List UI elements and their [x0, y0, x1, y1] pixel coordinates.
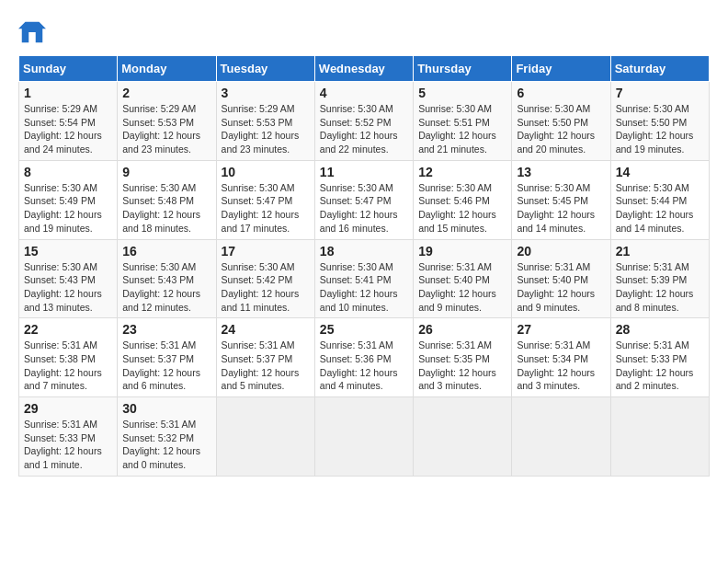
day-number: 20: [517, 244, 605, 259]
calendar-day-cell: 2Sunrise: 5:29 AM Sunset: 5:53 PM Daylig…: [118, 82, 216, 161]
calendar-day-cell: 5Sunrise: 5:30 AM Sunset: 5:51 PM Daylig…: [414, 82, 512, 161]
day-number: 10: [222, 165, 310, 179]
day-info: Sunrise: 5:31 AM Sunset: 5:34 PM Dayligh…: [517, 339, 605, 393]
day-info: Sunrise: 5:30 AM Sunset: 5:45 PM Dayligh…: [517, 181, 605, 236]
day-number: 2: [122, 86, 210, 100]
day-info: Sunrise: 5:30 AM Sunset: 5:44 PM Dayligh…: [616, 181, 704, 236]
day-number: 29: [24, 401, 112, 416]
day-info: Sunrise: 5:30 AM Sunset: 5:43 PM Dayligh…: [24, 260, 112, 315]
day-number: 23: [122, 322, 210, 337]
calendar-day-cell: 28Sunrise: 5:31 AM Sunset: 5:33 PM Dayli…: [610, 318, 709, 397]
calendar-day-cell: 29Sunrise: 5:31 AM Sunset: 5:33 PM Dayli…: [19, 397, 118, 477]
day-number: 8: [24, 165, 112, 179]
day-number: 9: [122, 165, 210, 179]
calendar-day-cell: 10Sunrise: 5:30 AM Sunset: 5:47 PM Dayli…: [216, 160, 314, 239]
day-number: 16: [122, 244, 210, 259]
day-info: Sunrise: 5:30 AM Sunset: 5:50 PM Dayligh…: [616, 102, 704, 156]
day-number: 1: [24, 86, 112, 100]
calendar-day-cell: 27Sunrise: 5:31 AM Sunset: 5:34 PM Dayli…: [512, 318, 610, 397]
day-info: Sunrise: 5:31 AM Sunset: 5:33 PM Dayligh…: [24, 418, 112, 472]
weekday-header-cell: Wednesday: [314, 56, 413, 82]
day-number: 12: [418, 165, 506, 179]
calendar-day-cell: 21Sunrise: 5:31 AM Sunset: 5:39 PM Dayli…: [610, 239, 709, 318]
calendar-day-cell: 6Sunrise: 5:30 AM Sunset: 5:50 PM Daylig…: [512, 82, 610, 161]
calendar-day-cell: 14Sunrise: 5:30 AM Sunset: 5:44 PM Dayli…: [610, 160, 709, 239]
calendar-day-cell: 1Sunrise: 5:29 AM Sunset: 5:54 PM Daylig…: [19, 82, 118, 161]
day-info: Sunrise: 5:31 AM Sunset: 5:33 PM Dayligh…: [616, 339, 704, 393]
day-number: 3: [222, 86, 310, 100]
day-number: 14: [616, 165, 704, 179]
calendar-day-cell: 3Sunrise: 5:29 AM Sunset: 5:53 PM Daylig…: [216, 82, 314, 161]
logo: [18, 18, 50, 46]
day-number: 26: [418, 322, 506, 337]
calendar-day-cell: 11Sunrise: 5:30 AM Sunset: 5:47 PM Dayli…: [314, 160, 413, 239]
day-number: 15: [24, 244, 112, 259]
day-number: 21: [616, 244, 704, 259]
weekday-header-cell: Tuesday: [216, 56, 314, 82]
calendar-day-cell: 22Sunrise: 5:31 AM Sunset: 5:38 PM Dayli…: [19, 318, 118, 397]
weekday-header-cell: Friday: [512, 56, 610, 82]
day-info: Sunrise: 5:30 AM Sunset: 5:51 PM Dayligh…: [418, 102, 506, 156]
day-info: Sunrise: 5:29 AM Sunset: 5:54 PM Dayligh…: [24, 102, 112, 156]
calendar-day-cell: 23Sunrise: 5:31 AM Sunset: 5:37 PM Dayli…: [118, 318, 216, 397]
page-header: [18, 18, 710, 46]
day-number: 28: [616, 322, 704, 337]
day-info: Sunrise: 5:29 AM Sunset: 5:53 PM Dayligh…: [222, 102, 310, 156]
calendar-day-cell: 19Sunrise: 5:31 AM Sunset: 5:40 PM Dayli…: [414, 239, 512, 318]
calendar-week-row: 22Sunrise: 5:31 AM Sunset: 5:38 PM Dayli…: [19, 318, 710, 397]
calendar-day-cell: 8Sunrise: 5:30 AM Sunset: 5:49 PM Daylig…: [19, 160, 118, 239]
calendar-week-row: 15Sunrise: 5:30 AM Sunset: 5:43 PM Dayli…: [19, 239, 710, 318]
day-info: Sunrise: 5:30 AM Sunset: 5:52 PM Dayligh…: [320, 102, 408, 156]
day-info: Sunrise: 5:31 AM Sunset: 5:38 PM Dayligh…: [24, 339, 112, 393]
calendar-day-cell: 4Sunrise: 5:30 AM Sunset: 5:52 PM Daylig…: [314, 82, 413, 161]
day-info: Sunrise: 5:30 AM Sunset: 5:47 PM Dayligh…: [320, 181, 408, 236]
weekday-header-cell: Saturday: [610, 56, 709, 82]
day-number: 25: [320, 322, 408, 337]
day-number: 13: [517, 165, 605, 179]
day-number: 7: [616, 86, 704, 100]
day-number: 6: [517, 86, 605, 100]
day-info: Sunrise: 5:31 AM Sunset: 5:36 PM Dayligh…: [320, 339, 408, 393]
day-info: Sunrise: 5:31 AM Sunset: 5:39 PM Dayligh…: [616, 260, 704, 315]
day-info: Sunrise: 5:30 AM Sunset: 5:47 PM Dayligh…: [222, 181, 310, 236]
day-number: 22: [24, 322, 112, 337]
day-info: Sunrise: 5:31 AM Sunset: 5:37 PM Dayligh…: [222, 339, 310, 393]
calendar-day-cell: 7Sunrise: 5:30 AM Sunset: 5:50 PM Daylig…: [610, 82, 709, 161]
day-number: 19: [418, 244, 506, 259]
calendar-day-cell: [216, 397, 314, 477]
calendar-day-cell: 26Sunrise: 5:31 AM Sunset: 5:35 PM Dayli…: [414, 318, 512, 397]
day-number: 4: [320, 86, 408, 100]
day-info: Sunrise: 5:30 AM Sunset: 5:46 PM Dayligh…: [418, 181, 506, 236]
day-number: 18: [320, 244, 408, 259]
day-info: Sunrise: 5:30 AM Sunset: 5:50 PM Dayligh…: [517, 102, 605, 156]
calendar-day-cell: [414, 397, 512, 477]
calendar-body: 1Sunrise: 5:29 AM Sunset: 5:54 PM Daylig…: [19, 82, 710, 477]
calendar-day-cell: [314, 397, 413, 477]
day-info: Sunrise: 5:31 AM Sunset: 5:40 PM Dayligh…: [517, 260, 605, 315]
calendar-day-cell: 13Sunrise: 5:30 AM Sunset: 5:45 PM Dayli…: [512, 160, 610, 239]
calendar-day-cell: 25Sunrise: 5:31 AM Sunset: 5:36 PM Dayli…: [314, 318, 413, 397]
weekday-header-cell: Sunday: [19, 56, 118, 82]
day-info: Sunrise: 5:31 AM Sunset: 5:35 PM Dayligh…: [418, 339, 506, 393]
calendar-day-cell: 12Sunrise: 5:30 AM Sunset: 5:46 PM Dayli…: [414, 160, 512, 239]
calendar-day-cell: 24Sunrise: 5:31 AM Sunset: 5:37 PM Dayli…: [216, 318, 314, 397]
calendar-day-cell: [512, 397, 610, 477]
day-info: Sunrise: 5:30 AM Sunset: 5:42 PM Dayligh…: [222, 260, 310, 315]
day-info: Sunrise: 5:30 AM Sunset: 5:49 PM Dayligh…: [24, 181, 112, 236]
logo-icon: [18, 18, 46, 46]
calendar-day-cell: [610, 397, 709, 477]
day-number: 24: [222, 322, 310, 337]
weekday-header-cell: Thursday: [414, 56, 512, 82]
calendar-day-cell: 9Sunrise: 5:30 AM Sunset: 5:48 PM Daylig…: [118, 160, 216, 239]
calendar-day-cell: 17Sunrise: 5:30 AM Sunset: 5:42 PM Dayli…: [216, 239, 314, 318]
day-info: Sunrise: 5:30 AM Sunset: 5:48 PM Dayligh…: [122, 181, 210, 236]
day-number: 5: [418, 86, 506, 100]
calendar-week-row: 1Sunrise: 5:29 AM Sunset: 5:54 PM Daylig…: [19, 82, 710, 161]
calendar-week-row: 8Sunrise: 5:30 AM Sunset: 5:49 PM Daylig…: [19, 160, 710, 239]
day-info: Sunrise: 5:31 AM Sunset: 5:32 PM Dayligh…: [122, 418, 210, 472]
day-number: 17: [222, 244, 310, 259]
calendar-week-row: 29Sunrise: 5:31 AM Sunset: 5:33 PM Dayli…: [19, 397, 710, 477]
calendar-day-cell: 15Sunrise: 5:30 AM Sunset: 5:43 PM Dayli…: [19, 239, 118, 318]
calendar-day-cell: 30Sunrise: 5:31 AM Sunset: 5:32 PM Dayli…: [118, 397, 216, 477]
weekday-header-cell: Monday: [118, 56, 216, 82]
